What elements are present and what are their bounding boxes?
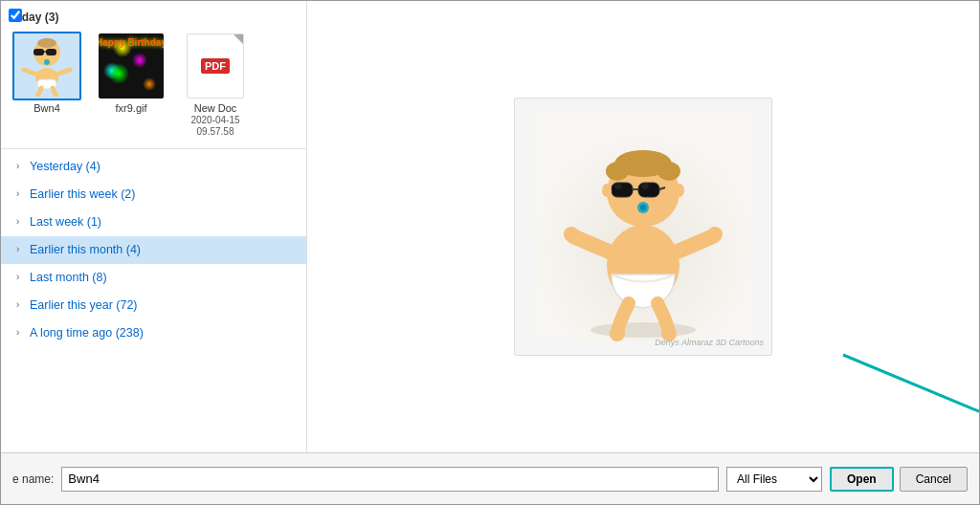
icon-box-pdf: PDF (181, 32, 250, 100)
gif-icon-visual: Happy Birthday (99, 33, 164, 99)
svg-line-7 (58, 70, 70, 74)
firework-5 (108, 63, 129, 84)
divider-1 (1, 148, 306, 149)
svg-point-13 (590, 322, 696, 338)
tree-label-last-month: Last month (8) (30, 268, 107, 287)
filename-label: e name: (12, 472, 54, 486)
svg-line-36 (843, 355, 979, 452)
preview-watermark: Denys Almaraz 3D Cartoons (655, 338, 764, 347)
baby-preview-svg (533, 112, 753, 341)
tree-label-earlier-this-month: Earlier this month (4) (30, 240, 141, 259)
tree-item-earlier-this-month[interactable]: › Earlier this month (4) (1, 236, 306, 264)
left-panel: Today (3) (1, 1, 307, 452)
preview-box: Denys Almaraz 3D Cartoons (514, 98, 772, 356)
chevron-icon-earlier-this-month: › (16, 242, 26, 257)
file-label-bwn4: Bwn4 (33, 102, 60, 114)
right-panel: Denys Almaraz 3D Cartoons (307, 1, 979, 452)
file-item-pdf[interactable]: PDF New Doc 2020-04-15 09.57.58 (177, 32, 254, 137)
cancel-button[interactable]: Cancel (900, 467, 968, 492)
svg-point-17 (610, 326, 625, 341)
filename-input[interactable] (61, 467, 719, 492)
chevron-icon-earlier-this-week: › (16, 187, 26, 202)
today-section: Today (3) (1, 5, 306, 144)
file-item-gif[interactable]: Happy Birthday fxr9.gif (93, 32, 169, 137)
firework-4 (143, 77, 156, 91)
pdf-date: 2020-04-15 (190, 115, 239, 125)
svg-point-34 (675, 184, 684, 197)
icon-box-gif: Happy Birthday (97, 32, 166, 100)
svg-point-11 (37, 38, 56, 48)
svg-line-9 (53, 88, 56, 97)
gif-text: Happy Birthday (99, 37, 164, 48)
tree-item-earlier-this-week[interactable]: › Earlier this week (2) (1, 181, 306, 209)
file-area: Today (3) (1, 1, 979, 452)
svg-point-30 (641, 184, 649, 189)
tree-item-yesterday[interactable]: › Yesterday (4) (1, 153, 306, 181)
tree-list: › Yesterday (4) › Earlier this week (2) … (1, 153, 306, 347)
firework-2 (132, 53, 147, 68)
svg-rect-25 (638, 183, 659, 197)
tree-item-last-week[interactable]: › Last week (1) (1, 209, 306, 236)
file-type-dropdown[interactable]: All Files (726, 467, 822, 492)
tree-item-long-time-ago[interactable]: › A long time ago (238) (1, 319, 306, 347)
action-buttons: Open Cancel (830, 467, 968, 492)
svg-point-32 (640, 205, 646, 210)
svg-point-10 (44, 59, 50, 65)
svg-rect-1 (33, 49, 44, 55)
svg-point-15 (564, 227, 579, 242)
svg-line-8 (37, 88, 41, 97)
chevron-icon-long-time-ago: › (16, 325, 26, 340)
svg-point-22 (606, 162, 629, 181)
file-icons-row: Bwn4 Happy Birthday (9, 32, 299, 137)
tree-label-earlier-this-week: Earlier this week (2) (30, 185, 135, 204)
file-item-bwn4[interactable]: Bwn4 (9, 32, 85, 137)
svg-point-16 (707, 227, 723, 242)
pdf-badge: PDF (201, 58, 230, 74)
open-button[interactable]: Open (830, 467, 894, 492)
file-label-pdf: New Doc 2020-04-15 09.57.58 (190, 102, 239, 137)
tree-label-earlier-this-year: Earlier this year (72) (30, 296, 138, 315)
today-header: Today (3) (9, 9, 299, 26)
select-checkbox-area (9, 9, 22, 25)
open-file-dialog: Today (3) (0, 0, 980, 505)
chevron-icon-last-week: › (16, 214, 26, 230)
bottom-bar: e name: All Files Open Cancel (1, 452, 979, 504)
tree-label-yesterday: Yesterday (4) (30, 157, 100, 176)
tree-label-last-week: Last week (1) (30, 212, 101, 231)
pdf-icon-visual: PDF (187, 33, 244, 99)
icon-box-bwn4 (12, 32, 81, 100)
svg-rect-24 (612, 183, 633, 197)
tree-label-long-time-ago: A long time ago (238) (30, 323, 144, 342)
tree-item-last-month[interactable]: › Last month (8) (1, 264, 306, 292)
chevron-icon-last-month: › (16, 270, 26, 285)
svg-rect-2 (46, 49, 56, 55)
pdf-time: 09.57.58 (197, 126, 234, 137)
pdf-corner (234, 34, 243, 44)
select-all-checkbox[interactable] (9, 9, 22, 22)
svg-point-29 (614, 184, 622, 189)
svg-point-33 (602, 184, 612, 197)
baby-icon-svg (16, 35, 78, 97)
tree-item-earlier-this-year[interactable]: › Earlier this year (72) (1, 292, 306, 319)
chevron-icon-earlier-this-year: › (16, 297, 26, 313)
file-label-gif: fxr9.gif (115, 102, 146, 114)
svg-line-6 (24, 70, 35, 74)
svg-point-23 (657, 162, 680, 181)
chevron-icon-yesterday: › (16, 159, 26, 174)
